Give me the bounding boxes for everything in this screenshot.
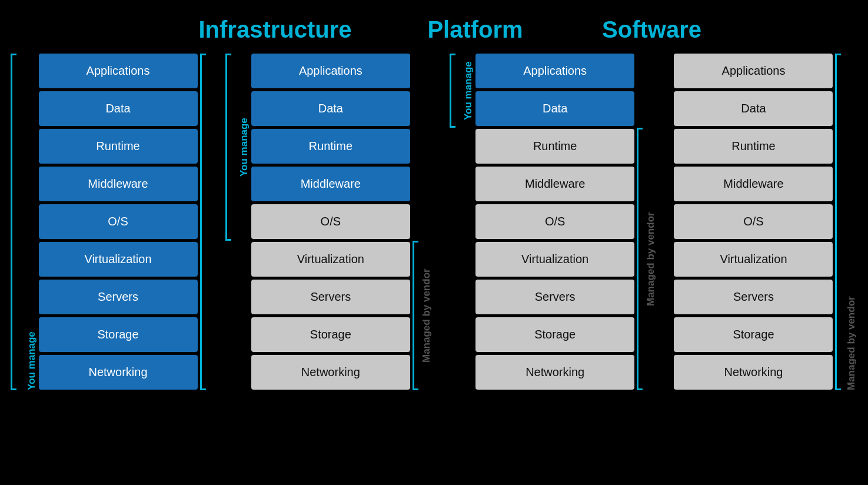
col-paas: You manage ApplicationsDataRuntimeMiddle… [450,54,657,390]
stack-item-paas-6: Servers [475,280,634,314]
stack-item-paas-2: Runtime [475,129,634,164]
stack-item-paas-5: Virtualization [475,242,634,277]
stack-item-on-premises-2: Runtime [39,129,198,164]
you-manage-label-col1: You manage [26,54,38,390]
managed-vendor-label-col2: Managed by vendor [421,241,433,390]
col-on-premises: You manage ApplicationsDataRuntimeMiddle… [11,54,208,390]
stack-item-iaas-4: O/S [251,204,410,239]
stack-item-on-premises-3: Middleware [39,167,198,201]
stack-item-iaas-8: Networking [251,355,410,390]
stack-item-saas-4: O/S [674,204,833,239]
stack-col4: ApplicationsDataRuntimeMiddlewareO/SVirt… [674,54,833,390]
stack-item-iaas-1: Data [251,91,410,126]
main-diagram: You manage ApplicationsDataRuntimeMiddle… [11,54,858,390]
stack-item-on-premises-8: Networking [39,355,198,390]
stack-item-saas-7: Storage [674,317,833,352]
stack-item-paas-1: Data [475,91,634,126]
stack-item-iaas-5: Virtualization [251,242,410,277]
stack-item-on-premises-7: Storage [39,317,198,352]
stack-col2: ApplicationsDataRuntimeMiddlewareO/SVirt… [251,54,410,390]
col-iaas: You manage ApplicationsDataRuntimeMiddle… [225,54,433,390]
stack-item-saas-2: Runtime [674,129,833,164]
software-title: Software [564,16,740,43]
stack-item-saas-1: Data [674,91,833,126]
stack-item-iaas-0: Applications [251,54,410,88]
stack-item-paas-3: Middleware [475,167,634,201]
stack-item-saas-6: Servers [674,280,833,314]
header: Infrastructure Platform Software [0,16,868,43]
stack-item-saas-3: Middleware [674,167,833,201]
stack-item-paas-0: Applications [475,54,634,88]
stack-item-iaas-2: Runtime [251,129,410,164]
managed-vendor-label-col4: Managed by vendor [846,54,857,390]
managed-vendor-label-col3: Managed by vendor [645,128,657,390]
stack-col3: ApplicationsDataRuntimeMiddlewareO/SVirt… [475,54,634,390]
stack-item-paas-4: O/S [475,204,634,239]
stack-item-on-premises-1: Data [39,91,198,126]
infra-title: Infrastructure [164,16,387,43]
stack-item-saas-0: Applications [674,54,833,88]
stack-item-on-premises-0: Applications [39,54,198,88]
col-saas: ApplicationsDataRuntimeMiddlewareO/SVirt… [674,54,857,390]
stack-item-saas-8: Networking [674,355,833,390]
platform-title: Platform [387,16,564,43]
you-manage-label-col2: You manage [238,54,250,241]
stack-item-iaas-3: Middleware [251,167,410,201]
stack-item-saas-5: Virtualization [674,242,833,277]
stack-item-paas-7: Storage [475,317,634,352]
stack-item-iaas-7: Storage [251,317,410,352]
stack-col1: ApplicationsDataRuntimeMiddlewareO/SVirt… [39,54,198,390]
stack-item-on-premises-4: O/S [39,204,198,239]
stack-item-on-premises-6: Servers [39,280,198,314]
stack-item-paas-8: Networking [475,355,634,390]
stack-item-iaas-6: Servers [251,280,410,314]
stack-item-on-premises-5: Virtualization [39,242,198,277]
you-manage-label-col3: You manage [463,54,474,128]
